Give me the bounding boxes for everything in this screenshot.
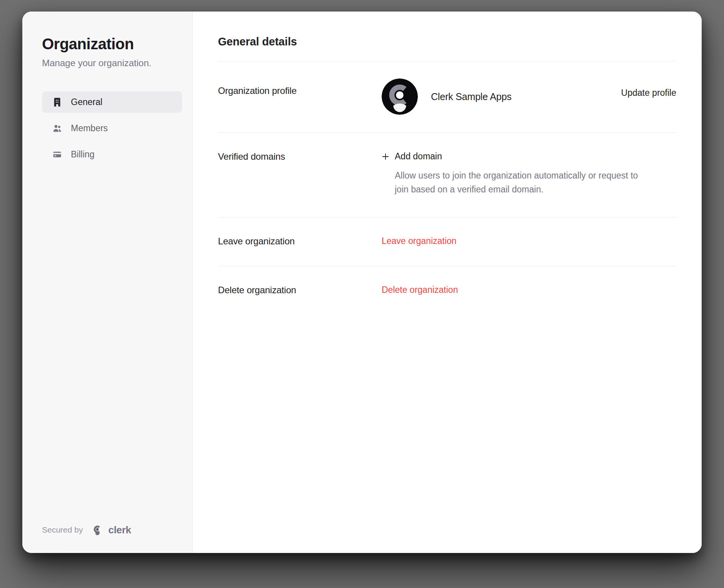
row-label: Organization profile <box>218 79 382 96</box>
organization-profile-row: Organization profile Clerk Sample Apps U… <box>218 62 677 132</box>
update-profile-button[interactable]: Update profile <box>620 88 677 98</box>
row-label: Leave organization <box>218 236 382 247</box>
secured-by-clerk: Secured by clerk <box>42 524 131 536</box>
organization-name: Clerk Sample Apps <box>431 91 511 102</box>
row-label: Verified domains <box>218 151 382 162</box>
leave-organization-row: Leave organization Leave organization <box>218 217 677 266</box>
add-domain-label: Add domain <box>395 151 442 162</box>
add-domain-button[interactable]: Add domain <box>382 151 442 162</box>
sidebar-nav: General Members Billing <box>42 91 182 165</box>
page-title: Organization <box>42 35 182 52</box>
page-subtitle: Manage your organization. <box>42 57 182 69</box>
sidebar-item-general[interactable]: General <box>42 91 182 113</box>
sidebar-item-label: Billing <box>71 149 94 160</box>
members-icon <box>52 123 62 134</box>
sidebar: Organization Manage your organization. G… <box>22 12 193 553</box>
clerk-logo-icon <box>91 524 104 536</box>
clerk-wordmark: clerk <box>108 524 131 536</box>
plus-icon <box>382 153 389 160</box>
row-label: Delete organization <box>218 285 382 296</box>
sidebar-item-label: General <box>71 97 102 107</box>
sidebar-item-label: Members <box>71 123 108 134</box>
verified-domains-content: Add domain Allow users to join the organ… <box>382 151 641 196</box>
building-icon <box>52 97 62 107</box>
verified-domains-description: Allow users to join the organization aut… <box>395 169 641 196</box>
sidebar-item-billing[interactable]: Billing <box>42 144 182 165</box>
credit-card-icon <box>52 149 62 160</box>
delete-organization-button[interactable]: Delete organization <box>382 285 458 295</box>
verified-domains-row: Verified domains Add domain Allow users … <box>218 133 677 217</box>
secured-by-text: Secured by <box>42 525 83 535</box>
delete-organization-row: Delete organization Delete organization <box>218 266 677 315</box>
leave-organization-button[interactable]: Leave organization <box>382 236 456 246</box>
general-details-panel: General details Organization profile Cle… <box>193 12 702 553</box>
organization-avatar <box>382 79 418 115</box>
section-title: General details <box>218 35 677 48</box>
organization-profile-group: Clerk Sample Apps <box>382 79 511 115</box>
sidebar-item-members[interactable]: Members <box>42 117 182 139</box>
organization-settings-modal: Organization Manage your organization. G… <box>22 12 702 553</box>
